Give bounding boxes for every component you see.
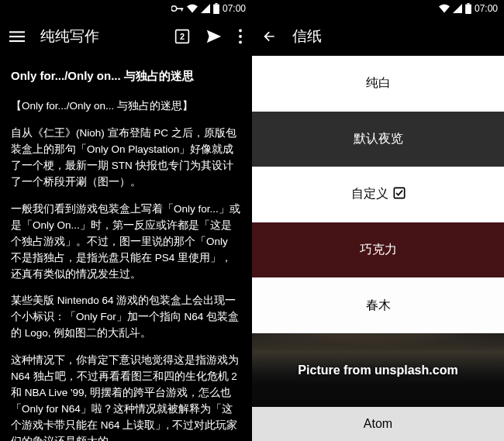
svg-rect-7 [9, 40, 25, 42]
check-icon [393, 187, 406, 202]
theme-label: 春木 [366, 298, 391, 314]
menu-icon[interactable] [9, 29, 25, 44]
send-icon[interactable] [205, 28, 223, 45]
status-bar: 07:00 [0, 0, 252, 17]
theme-picture[interactable]: Picture from unsplash.com [252, 333, 504, 407]
left-screen: 07:00 纯纯写作 2 Only for.../Only on... 与独占的… [0, 0, 252, 441]
svg-rect-5 [9, 31, 25, 33]
svg-rect-6 [9, 36, 25, 37]
svg-point-0 [171, 6, 177, 12]
paragraph: 一般我们看到游戏包装盒上写着「Only for...」或是「Only On...… [11, 202, 241, 283]
theme-chocolate[interactable]: 巧克力 [252, 222, 504, 278]
toolbar-actions: 2 [174, 28, 243, 45]
vpn-key-icon [171, 5, 184, 12]
app-title: 信纸 [292, 26, 495, 47]
wifi-icon [187, 4, 198, 13]
theme-label: Picture from unsplash.com [298, 363, 457, 377]
theme-label: 巧克力 [360, 242, 397, 258]
clock: 07:00 [223, 3, 246, 14]
paragraph: 某些美版 Nintendo 64 游戏的包装盒上会出现一个小标识：「Only F… [11, 293, 241, 342]
back-icon[interactable] [261, 29, 277, 44]
right-screen: 07:00 信纸 纯白 默认夜览 自定义 巧克力 春木 Picture from… [252, 0, 504, 441]
svg-point-11 [239, 35, 242, 38]
svg-rect-3 [215, 3, 217, 5]
badge-icon[interactable]: 2 [174, 29, 190, 44]
paragraph: 这种情况下，你肯定下意识地觉得这是指游戏为 N64 独占吧，不过再看看图三和四的… [11, 353, 241, 441]
theme-label: 自定义 [351, 186, 388, 202]
svg-rect-4 [213, 5, 219, 14]
signal-icon [453, 4, 462, 13]
theme-atom[interactable]: Atom [252, 407, 504, 441]
theme-white[interactable]: 纯白 [252, 56, 504, 112]
svg-rect-14 [465, 5, 471, 14]
theme-list: 纯白 默认夜览 自定义 巧克力 春木 Picture from unsplash… [252, 56, 504, 441]
theme-night[interactable]: 默认夜览 [252, 112, 504, 167]
theme-label: Atom [364, 417, 392, 431]
theme-label: 默认夜览 [354, 131, 403, 147]
app-bar-left: 纯纯写作 2 [0, 17, 252, 56]
svg-text:2: 2 [180, 32, 185, 41]
svg-rect-13 [467, 3, 469, 5]
app-bar-right: 信纸 [252, 17, 504, 56]
svg-point-12 [239, 41, 242, 44]
paragraph: 【Only for.../Only on... 与独占的迷思】 [11, 98, 241, 115]
app-title: 纯纯写作 [40, 26, 174, 47]
clock: 07:00 [475, 3, 498, 14]
paragraph: 自从《仁王》(Nioh) 宣布登陆 PC 之后，原版包装盒上的那句「Only O… [11, 126, 241, 191]
more-icon[interactable] [238, 29, 243, 44]
article-content[interactable]: Only for.../Only on... 与独占的迷思 【Only for.… [0, 56, 252, 441]
theme-custom[interactable]: 自定义 [252, 167, 504, 222]
battery-icon [213, 3, 219, 14]
article-title: Only for.../Only on... 与独占的迷思 [11, 67, 241, 84]
svg-point-10 [239, 29, 242, 33]
theme-label: 纯白 [366, 75, 391, 91]
signal-icon [201, 4, 210, 13]
battery-icon [465, 3, 471, 14]
status-bar: 07:00 [252, 0, 504, 17]
theme-spring[interactable]: 春木 [252, 277, 504, 333]
svg-rect-2 [181, 8, 183, 11]
wifi-icon [439, 4, 450, 13]
